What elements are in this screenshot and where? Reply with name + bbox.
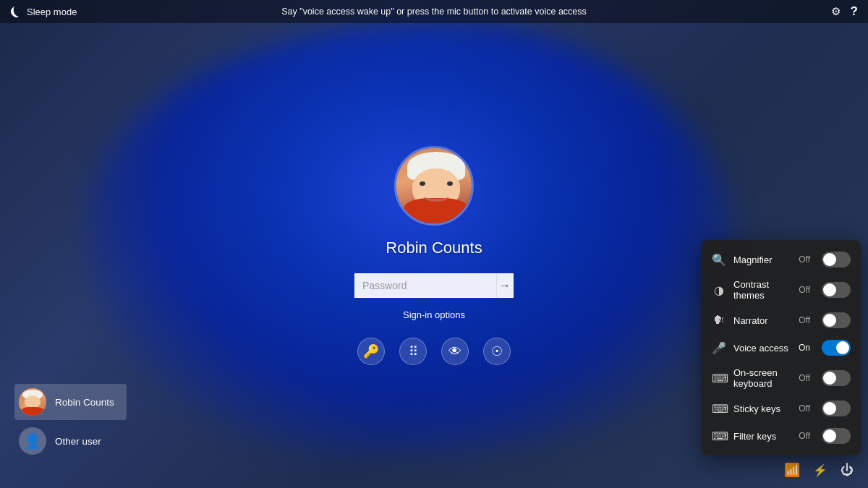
filter-status: Off bbox=[799, 431, 810, 441]
password-input[interactable] bbox=[354, 273, 496, 298]
password-row: → bbox=[354, 273, 514, 298]
voice-label: Voice access bbox=[733, 343, 791, 354]
acc-row-narrator[interactable]: 🗣 Narrator Off bbox=[702, 307, 861, 334]
sticky-toggle[interactable] bbox=[822, 401, 851, 416]
narrator-icon: 🗣 bbox=[712, 314, 726, 327]
user-name-robin: Robin Counts bbox=[55, 397, 114, 408]
voice-icon: 🎤 bbox=[712, 341, 726, 355]
magnifier-toggle[interactable] bbox=[822, 252, 851, 267]
filter-label: Filter keys bbox=[733, 431, 791, 442]
keyboard-status: Off bbox=[799, 373, 810, 383]
signin-options-link[interactable]: Sign-in options bbox=[403, 309, 465, 320]
accessibility-panel: 🔍 Magnifier Off ◑ Contrast themes Off 🗣 … bbox=[702, 240, 861, 455]
eye-icon-btn[interactable]: 👁 bbox=[441, 338, 469, 365]
user-item-robin[interactable]: Robin Counts bbox=[14, 384, 127, 420]
wifi-icon[interactable]: 📶 bbox=[784, 462, 800, 478]
password-icon-btn[interactable]: 🔑 bbox=[357, 338, 385, 365]
user-item-other[interactable]: 👤 Other user bbox=[14, 423, 127, 459]
filter-icon: ⌨ bbox=[712, 429, 726, 443]
contrast-icon: ◑ bbox=[712, 283, 726, 297]
sleep-icon[interactable]: ⏾ bbox=[10, 6, 21, 18]
bottom-right-icons: 📶 ⚡ ⏻ bbox=[784, 462, 854, 478]
sticky-label: Sticky keys bbox=[733, 403, 791, 414]
sleep-label: Sleep mode bbox=[27, 7, 77, 17]
magnifier-icon: 🔍 bbox=[712, 253, 726, 267]
keyboard-toggle[interactable] bbox=[822, 370, 851, 386]
topbar-right: ⚙ ? bbox=[831, 4, 858, 19]
settings-icon[interactable]: ⚙ bbox=[831, 5, 841, 18]
sticky-status: Off bbox=[799, 403, 810, 414]
accessibility-icon[interactable]: ⚡ bbox=[813, 463, 827, 477]
acc-row-magnifier[interactable]: 🔍 Magnifier Off bbox=[702, 246, 861, 273]
password-submit-button[interactable]: → bbox=[496, 273, 514, 298]
contrast-label: Contrast themes bbox=[733, 279, 791, 301]
pin-icon-btn[interactable]: ⠿ bbox=[399, 338, 427, 365]
avatar-image bbox=[396, 148, 472, 223]
sticky-icon: ⌨ bbox=[712, 402, 726, 416]
user-avatar bbox=[394, 146, 474, 226]
acc-row-keyboard[interactable]: ⌨ On-screen keyboard Off bbox=[702, 361, 861, 395]
magnifier-label: Magnifier bbox=[733, 254, 791, 265]
user-list: Robin Counts 👤 Other user bbox=[14, 384, 127, 459]
topbar: ⏾ Sleep mode Say "voice access wake up" … bbox=[0, 0, 868, 23]
keyboard-icon: ⌨ bbox=[712, 372, 726, 385]
login-username: Robin Counts bbox=[386, 239, 482, 257]
power-icon[interactable]: ⏻ bbox=[841, 463, 854, 478]
voice-toggle[interactable] bbox=[822, 340, 851, 356]
magnifier-status: Off bbox=[799, 254, 810, 265]
narrator-toggle[interactable] bbox=[822, 312, 851, 328]
signin-icon-group: 🔑 ⠿ 👁 ☉ bbox=[357, 338, 511, 365]
user-avatar-robin bbox=[19, 388, 46, 416]
narrator-label: Narrator bbox=[733, 315, 791, 326]
contrast-toggle[interactable] bbox=[822, 282, 851, 298]
user-avatar-other: 👤 bbox=[19, 427, 46, 455]
user-photo-robin bbox=[19, 388, 46, 416]
acc-row-filter[interactable]: ⌨ Filter keys Off bbox=[702, 422, 861, 450]
help-icon[interactable]: ? bbox=[851, 4, 858, 19]
filter-toggle[interactable] bbox=[822, 428, 851, 444]
acc-row-voice[interactable]: 🎤 Voice access On bbox=[702, 334, 861, 361]
person-icon: 👤 bbox=[24, 432, 42, 450]
voice-hint: Say "voice access wake up" or press the … bbox=[281, 7, 587, 17]
topbar-left: ⏾ Sleep mode bbox=[10, 6, 77, 18]
user-photo-other: 👤 bbox=[19, 427, 46, 455]
voice-status: On bbox=[799, 343, 810, 353]
keyboard-label: On-screen keyboard bbox=[733, 367, 791, 389]
user-name-other: Other user bbox=[55, 436, 101, 447]
acc-row-sticky[interactable]: ⌨ Sticky keys Off bbox=[702, 395, 861, 422]
fingerprint-icon-btn[interactable]: ☉ bbox=[483, 338, 511, 365]
contrast-status: Off bbox=[799, 285, 810, 295]
narrator-status: Off bbox=[799, 315, 810, 325]
acc-row-contrast[interactable]: ◑ Contrast themes Off bbox=[702, 273, 861, 307]
